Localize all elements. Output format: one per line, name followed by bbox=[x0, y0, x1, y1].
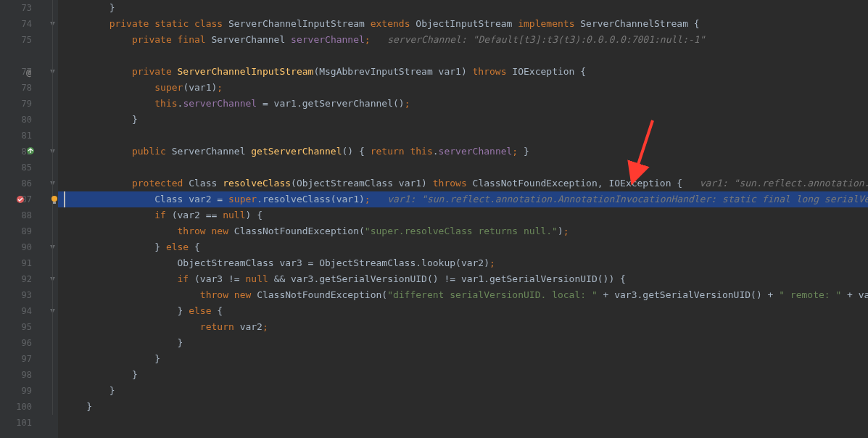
gutter-line[interactable]: 73 bbox=[0, 0, 48, 16]
code-token: IOException bbox=[512, 66, 580, 77]
code-editor[interactable]: 73747577@7879808182858687888990919293949… bbox=[0, 0, 868, 438]
code-token: + var1.g bbox=[841, 289, 868, 300]
line-number: 86 bbox=[22, 178, 48, 189]
code-token: null bbox=[245, 273, 273, 284]
code-line[interactable]: private final ServerChannel serverChanne… bbox=[58, 32, 868, 48]
code-token: var1: "sun.reflect.annotation.Annotation… bbox=[387, 194, 868, 204]
code-token: } bbox=[524, 146, 529, 157]
code-token: ClassNotFoundException bbox=[473, 178, 598, 189]
code-line[interactable]: if (var3 != null && var3.getSerialVersio… bbox=[58, 271, 868, 287]
code-line[interactable]: return var2; bbox=[58, 319, 868, 335]
gutter[interactable]: 73747577@7879808182858687888990919293949… bbox=[0, 0, 48, 438]
gutter-line[interactable]: 95 bbox=[0, 319, 48, 335]
code-line[interactable]: protected Class resolveClass(ObjectStrea… bbox=[58, 175, 868, 191]
code-token: } bbox=[178, 337, 183, 348]
code-token: super bbox=[228, 194, 257, 204]
code-token: ) bbox=[558, 226, 563, 236]
code-line[interactable]: public ServerChannel getServerChannel() … bbox=[58, 144, 868, 160]
code-token: } bbox=[109, 2, 115, 13]
gutter-line[interactable]: 101 bbox=[0, 415, 48, 431]
code-token: null bbox=[223, 210, 245, 220]
gutter-line[interactable]: 100 bbox=[0, 399, 48, 415]
code-token: ; bbox=[563, 226, 569, 236]
gutter-line[interactable]: 94 bbox=[0, 303, 48, 319]
code-token: final bbox=[178, 34, 212, 45]
gutter-line[interactable]: 86 bbox=[0, 175, 48, 191]
fold-guide bbox=[52, 319, 53, 335]
gutter-line[interactable]: 93 bbox=[0, 287, 48, 303]
code-line[interactable]: } bbox=[58, 0, 868, 16]
override-icon[interactable] bbox=[26, 146, 35, 157]
code-line[interactable]: } else { bbox=[58, 303, 868, 319]
code-line[interactable] bbox=[58, 48, 868, 64]
code-line[interactable]: private static class ServerChannelInputS… bbox=[58, 16, 868, 32]
line-number: 92 bbox=[22, 274, 48, 284]
code-token: ) bbox=[461, 66, 473, 77]
gutter-line[interactable]: 87 bbox=[0, 191, 48, 207]
gutter-line[interactable]: 91 bbox=[0, 255, 48, 271]
fold-guide bbox=[52, 303, 53, 319]
gutter-line[interactable]: 90 bbox=[0, 239, 48, 255]
code-line[interactable]: throw new ClassNotFoundException("super.… bbox=[58, 223, 868, 239]
intention-bulb-icon[interactable] bbox=[49, 194, 59, 204]
code-token: ServerChannelStream bbox=[580, 18, 694, 29]
code-line[interactable]: this.serverChannel = var1.getServerChann… bbox=[58, 96, 868, 112]
code-line[interactable]: } bbox=[58, 367, 868, 383]
gutter-line[interactable]: 75 bbox=[0, 32, 48, 48]
fold-guide bbox=[52, 223, 53, 239]
line-number: 78 bbox=[22, 83, 48, 93]
gutter-line[interactable]: 88 bbox=[0, 207, 48, 223]
code-token: (var1) bbox=[183, 82, 217, 93]
code-token: Class var2 = bbox=[154, 194, 228, 204]
gutter-line[interactable]: 82 bbox=[0, 144, 48, 160]
gutter-line[interactable]: 81 bbox=[0, 128, 48, 144]
fold-guide bbox=[52, 207, 53, 223]
code-line[interactable]: } bbox=[58, 112, 868, 128]
code-line[interactable]: ObjectStreamClass var3 = ObjectStreamCla… bbox=[58, 255, 868, 271]
fold-guide bbox=[52, 0, 53, 16]
code-line[interactable] bbox=[58, 128, 868, 144]
code-line[interactable] bbox=[58, 160, 868, 175]
code-line[interactable]: } bbox=[58, 351, 868, 367]
gutter-line[interactable]: 77@ bbox=[0, 64, 48, 80]
code-line[interactable]: if (var2 == null) { bbox=[58, 207, 868, 223]
code-line[interactable]: throw new ClassNotFoundException("differ… bbox=[58, 287, 868, 303]
gutter-line[interactable]: 78 bbox=[0, 80, 48, 96]
line-number: 99 bbox=[22, 386, 48, 396]
annotation-icon[interactable]: @ bbox=[26, 67, 35, 76]
gutter-line[interactable]: 85 bbox=[0, 160, 48, 175]
gutter-line[interactable]: 98 bbox=[0, 367, 48, 383]
code-line[interactable]: private ServerChannelInputStream(MsgAbbr… bbox=[58, 64, 868, 80]
gutter-line[interactable]: 74 bbox=[0, 16, 48, 32]
fold-guide bbox=[52, 335, 53, 351]
code-token: private bbox=[109, 18, 155, 29]
line-number: 75 bbox=[22, 35, 48, 45]
code-token: (ObjectStreamClass var1) bbox=[291, 178, 433, 189]
code-line[interactable]: } bbox=[58, 383, 868, 399]
code-line[interactable]: } else { bbox=[58, 239, 868, 255]
code-token: ; bbox=[405, 98, 410, 109]
code-token: super bbox=[154, 82, 183, 93]
code-line[interactable]: Class var2 = super.resolveClass(var1); v… bbox=[58, 191, 868, 207]
gutter-line[interactable]: 92 bbox=[0, 271, 48, 287]
gutter-line[interactable]: 96 bbox=[0, 335, 48, 351]
code-line[interactable]: } bbox=[58, 335, 868, 351]
code-line[interactable] bbox=[58, 415, 868, 431]
gutter-line[interactable]: 80 bbox=[0, 112, 48, 128]
code-token: resolveClass bbox=[223, 178, 291, 189]
code-token: } bbox=[154, 353, 160, 364]
code-line[interactable]: } bbox=[58, 399, 868, 415]
gutter-line[interactable] bbox=[0, 48, 48, 64]
code-area[interactable]: } private static class ServerChannelInpu… bbox=[58, 0, 868, 438]
code-token: + var3.getSerialVersionUID() + bbox=[598, 289, 779, 300]
gutter-line[interactable]: 99 bbox=[0, 383, 48, 399]
gutter-line[interactable]: 89 bbox=[0, 223, 48, 239]
gutter-line[interactable]: 97 bbox=[0, 351, 48, 367]
code-token: ; bbox=[512, 146, 524, 157]
gutter-line[interactable]: 79 bbox=[0, 96, 48, 112]
code-line[interactable]: super(var1); bbox=[58, 80, 868, 96]
fold-column[interactable] bbox=[48, 0, 58, 438]
code-token: serverChannel bbox=[291, 34, 365, 45]
code-token: else bbox=[166, 241, 194, 252]
breakpoint-icon[interactable] bbox=[16, 195, 25, 204]
